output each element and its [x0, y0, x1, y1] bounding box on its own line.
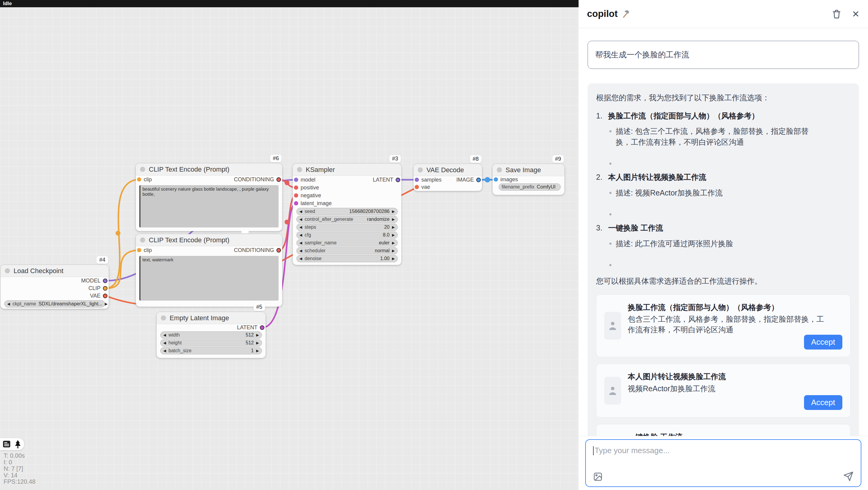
node-badge: #6: [270, 155, 282, 162]
node-empty-latent-image[interactable]: #5 Empty Latent Image LATENT ◀ width 512…: [157, 312, 266, 358]
widget-value: euler: [379, 240, 390, 246]
clear-chat-trash-button[interactable]: [832, 8, 842, 19]
decrement-arrow-icon[interactable]: ◀: [300, 241, 302, 245]
output-port-vae[interactable]: [103, 294, 107, 298]
node-badge: #5: [253, 303, 265, 311]
widget-height[interactable]: ◀ height 512 ▶: [160, 339, 262, 346]
accept-button[interactable]: Accept: [804, 335, 843, 349]
node-load-checkpoint[interactable]: #4 Load Checkpoint MODEL CLIP VAE ◀ ckpt…: [1, 265, 108, 309]
decrement-arrow-icon[interactable]: ◀: [7, 302, 10, 306]
increment-arrow-icon[interactable]: ▶: [392, 225, 395, 229]
widget-name: denoise: [305, 256, 321, 261]
log-panel-icon[interactable]: [3, 440, 10, 448]
input-port-clip[interactable]: [137, 177, 141, 181]
output-port-image[interactable]: [476, 178, 481, 182]
output-port-conditioning[interactable]: [276, 248, 281, 253]
node-save-image[interactable]: #9 Save Image images filename_prefix Com…: [493, 164, 564, 195]
prompt-textarea[interactable]: beautiful scenery nature glass bottle la…: [140, 185, 279, 228]
widget-steps[interactable]: ◀ steps 20 ▶: [297, 224, 398, 231]
stat-line: N: 7 [7]: [4, 465, 36, 472]
input-port-model[interactable]: [294, 178, 298, 182]
attach-image-button[interactable]: [593, 472, 603, 482]
widget-batch-size[interactable]: ◀ batch_size 1 ▶: [160, 347, 262, 354]
decrement-arrow-icon[interactable]: ◀: [300, 257, 302, 260]
output-port-clip[interactable]: [103, 286, 107, 291]
widget-ckpt-name[interactable]: ◀ ckpt_name SDXL/dreamshaperXL_light... …: [4, 300, 105, 308]
decrement-arrow-icon[interactable]: ◀: [300, 233, 302, 237]
node-ksampler[interactable]: #3 KSampler model LATENT positive negati…: [293, 164, 401, 265]
decrement-arrow-icon[interactable]: ◀: [300, 225, 302, 229]
input-port-positive[interactable]: [294, 185, 298, 190]
increment-arrow-icon[interactable]: ▶: [256, 333, 259, 337]
input-port-negative[interactable]: [294, 193, 298, 198]
node-clip-text-encode-positive[interactable]: #6 CLIP Text Encode (Prompt) clip CONDIT…: [136, 164, 282, 231]
accept-button[interactable]: Accept: [804, 395, 843, 410]
input-port-latent-image[interactable]: [294, 201, 298, 205]
widget-name: cfg: [305, 232, 311, 238]
widget-width[interactable]: ◀ width 512 ▶: [160, 332, 262, 339]
card-desc: 视频ReActor加换脸工作流: [628, 383, 827, 394]
node-collapse-dot[interactable]: [418, 167, 423, 173]
output-port-model[interactable]: [103, 279, 107, 283]
increment-arrow-icon[interactable]: ▶: [105, 302, 107, 306]
increment-arrow-icon[interactable]: ▶: [392, 233, 395, 237]
widget-denoise[interactable]: ◀ denoise 1.00 ▶: [297, 255, 398, 262]
message-input[interactable]: Type your message...: [585, 439, 861, 487]
increment-arrow-icon[interactable]: ▶: [392, 210, 395, 213]
send-message-button[interactable]: [843, 471, 854, 482]
widget-scheduler[interactable]: ◀ scheduler normal ▶: [297, 247, 398, 254]
decrement-arrow-icon[interactable]: ◀: [300, 249, 302, 253]
node-clip-text-encode-negative[interactable]: CLIP Text Encode (Prompt) clip CONDITION…: [136, 234, 282, 307]
widget-value: 20: [384, 225, 390, 230]
output-label: VAE: [90, 293, 100, 299]
workflow-option-title: 本人图片转让视频换脸工作流: [608, 172, 722, 183]
workflow-thumbnail-placeholder: [604, 377, 621, 404]
panel-title: copilot: [587, 8, 618, 19]
decrement-arrow-icon[interactable]: ◀: [163, 349, 166, 352]
prompt-textarea[interactable]: text, watermark: [140, 256, 279, 300]
increment-arrow-icon[interactable]: ▶: [392, 249, 395, 253]
input-port-clip[interactable]: [137, 248, 141, 252]
output-port-latent[interactable]: [396, 178, 400, 182]
increment-arrow-icon[interactable]: ▶: [392, 257, 395, 260]
output-port-conditioning[interactable]: [276, 177, 281, 182]
node-collapse-dot[interactable]: [5, 268, 10, 273]
widget-seed[interactable]: ◀ seed 156680208700286 ▶: [297, 208, 398, 215]
node-title: Save Image: [505, 166, 541, 174]
widget-control-after-generate[interactable]: ◀ control_after_generate randomize ▶: [297, 216, 398, 223]
node-collapse-dot[interactable]: [140, 237, 145, 242]
node-collapse-dot[interactable]: [140, 167, 145, 172]
node-canvas[interactable]: Idle #4 Load Checkpoint MODEL CLIP VAE ◀…: [0, 0, 579, 490]
increment-arrow-icon[interactable]: ▶: [256, 349, 259, 352]
input-port-samples[interactable]: [415, 178, 419, 182]
widget-filename-prefix[interactable]: filename_prefix ComfyUI: [499, 183, 561, 191]
widget-cfg[interactable]: ◀ cfg 8.0 ▶: [297, 231, 398, 239]
user-message-bubble: 帮我生成一个换脸的工作流: [588, 41, 859, 69]
decrement-arrow-icon[interactable]: ◀: [163, 341, 166, 345]
chat-scroll-area[interactable]: 帮我生成一个换脸的工作流 根据您的需求，我为您找到了以下换脸工作流选项： 1. …: [579, 28, 868, 436]
widget-value: SDXL/dreamshaperXL_light...: [39, 301, 103, 307]
node-collapse-dot[interactable]: [297, 167, 302, 172]
link-midpoint-dot: [485, 177, 490, 182]
increment-arrow-icon[interactable]: ▶: [256, 341, 259, 345]
node-title: Load Checkpoint: [13, 267, 63, 275]
decrement-arrow-icon[interactable]: ◀: [163, 333, 166, 337]
card-title: 本人图片转让视频换脸工作流: [628, 371, 842, 382]
output-port-latent[interactable]: [260, 325, 265, 330]
close-panel-button[interactable]: ✕: [852, 9, 860, 19]
list-item: 2. 本人图片转让视频换脸工作流 描述: 视频ReActor加换脸工作流: [596, 172, 850, 215]
stat-line: T: 0.00s: [4, 453, 36, 459]
node-collapse-dot[interactable]: [497, 167, 502, 173]
tree-icon[interactable]: [14, 440, 22, 448]
decrement-arrow-icon[interactable]: ◀: [300, 218, 302, 221]
widget-sampler-name[interactable]: ◀ sampler_name euler ▶: [297, 239, 398, 247]
workflow-card: 本人图片转让视频换脸工作流 视频ReActor加换脸工作流 Accept: [596, 364, 850, 417]
decrement-arrow-icon[interactable]: ◀: [300, 210, 302, 213]
bullet-dot: [609, 163, 612, 165]
node-vae-decode[interactable]: #8 VAE Decode samples IMAGE vae: [413, 164, 482, 191]
increment-arrow-icon[interactable]: ▶: [392, 241, 395, 245]
node-collapse-dot[interactable]: [161, 315, 166, 320]
input-port-images[interactable]: [494, 177, 498, 181]
increment-arrow-icon[interactable]: ▶: [392, 218, 395, 221]
input-port-vae[interactable]: [415, 185, 419, 189]
